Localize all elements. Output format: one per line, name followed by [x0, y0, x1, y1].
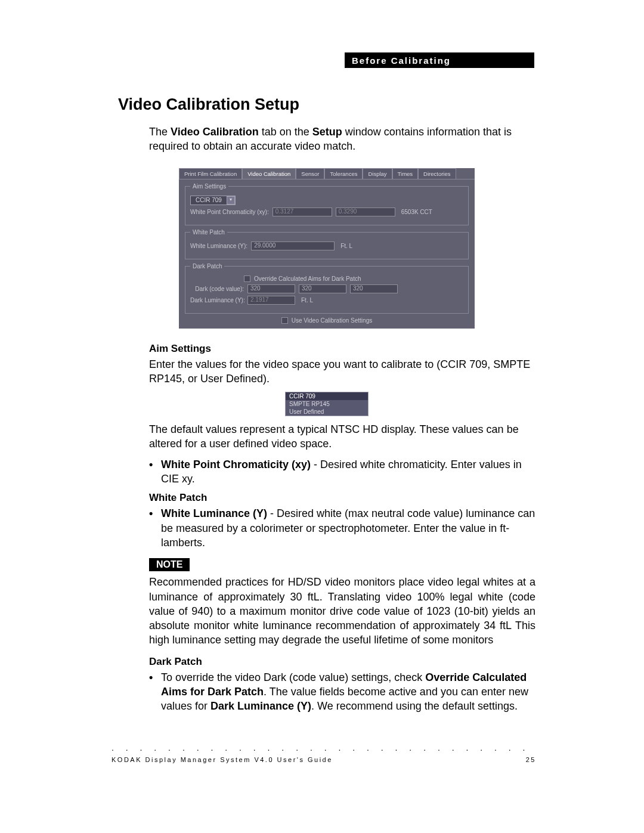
note-text: Recommended practices for HD/SD video mo… — [149, 575, 535, 647]
footer-rule: . . . . . . . . . . . . . . . . . . . . … — [112, 743, 536, 753]
dark-legend: Dark Patch — [190, 263, 224, 270]
aim-bullet: • White Point Chromaticity (xy) - Desire… — [149, 457, 535, 487]
intro-paragraph: The Video Calibration tab on the Setup w… — [149, 125, 535, 154]
preset-dropdown[interactable]: CCIR 709 ▾ — [190, 196, 236, 205]
page-number: 25 — [526, 756, 536, 763]
page-content: Video Calibration Setup The Video Calibr… — [118, 95, 535, 720]
wl-unit: Ft. L — [340, 243, 352, 249]
dark-heading: Dark Patch — [149, 656, 535, 668]
preset-options-screenshot: CCIR 709 SMPTE RP145 User Defined — [285, 392, 369, 416]
opt-smpte[interactable]: SMPTE RP145 — [286, 400, 368, 408]
chapter-header: Before Calibrating — [345, 52, 534, 68]
note-badge: NOTE — [149, 558, 190, 571]
tab-bar: Print Film Calibration Video Calibration… — [179, 168, 475, 179]
dark-bullet: • To override the video Dark (code value… — [149, 670, 535, 714]
wl-label: White Luminance (Y): — [190, 243, 247, 249]
setup-window-screenshot: Print Film Calibration Video Calibration… — [179, 168, 475, 329]
white-bullet: • White Luminance (Y) - Desired white (m… — [149, 506, 535, 550]
aim-p2: The default values represent a typical N… — [149, 422, 535, 451]
wpc-x-input[interactable]: 0.3127 — [273, 208, 332, 216]
white-heading: White Patch — [149, 492, 535, 504]
tab-sensor[interactable]: Sensor — [296, 168, 324, 179]
tab-times[interactable]: Times — [392, 168, 419, 179]
chevron-down-icon[interactable]: ▾ — [227, 196, 235, 205]
chapter-title: Before Calibrating — [352, 55, 451, 66]
white-luminance-input[interactable]: 29.0000 — [251, 241, 335, 250]
dark-code-1[interactable]: 320 — [247, 284, 295, 293]
use-settings-label: Use Video Calibration Settings — [292, 317, 372, 324]
white-patch-group: White Patch White Luminance (Y): 29.0000… — [185, 229, 469, 259]
page-footer: KODAK Display Manager System V4.0 User's… — [112, 756, 536, 763]
dark-code-3[interactable]: 320 — [350, 284, 398, 293]
use-settings-checkbox[interactable] — [281, 317, 288, 324]
aim-p1: Enter the values for the video space you… — [149, 357, 535, 386]
aim-legend: Aim Settings — [190, 183, 228, 190]
dark-code-2[interactable]: 320 — [299, 284, 346, 293]
wpc-y-input[interactable]: 0.3290 — [336, 208, 395, 216]
tab-print-film[interactable]: Print Film Calibration — [179, 168, 242, 179]
override-label: Override Calculated Aims for Dark Patch — [254, 275, 361, 282]
aim-heading: Aim Settings — [149, 343, 535, 355]
tab-display[interactable]: Display — [363, 168, 392, 179]
wpc-label: White Point Chromaticity (xy): — [190, 209, 269, 215]
dl-label: Dark Luminance (Y): — [190, 297, 244, 304]
cct-label: 6503K CCT — [401, 209, 432, 215]
footer-guide: KODAK Display Manager System V4.0 User's… — [112, 756, 333, 763]
opt-user[interactable]: User Defined — [286, 408, 368, 416]
preset-value: CCIR 709 — [191, 196, 227, 204]
tab-tolerances[interactable]: Tolerances — [324, 168, 363, 179]
aim-settings-group: Aim Settings CCIR 709 ▾ White Point Chro… — [185, 183, 469, 225]
tab-directories[interactable]: Directories — [418, 168, 456, 179]
white-legend: White Patch — [190, 229, 227, 236]
opt-ccir709[interactable]: CCIR 709 — [286, 392, 368, 400]
dark-luminance-input[interactable]: 2.1917 — [247, 296, 295, 305]
override-checkbox[interactable] — [244, 275, 250, 282]
dark-code-label: Dark (code value): — [190, 286, 244, 292]
dl-unit: Ft. L — [301, 297, 313, 304]
tab-video-calibration[interactable]: Video Calibration — [242, 168, 296, 179]
page-title: Video Calibration Setup — [118, 95, 535, 114]
dark-patch-group: Dark Patch Override Calculated Aims for … — [185, 263, 469, 314]
